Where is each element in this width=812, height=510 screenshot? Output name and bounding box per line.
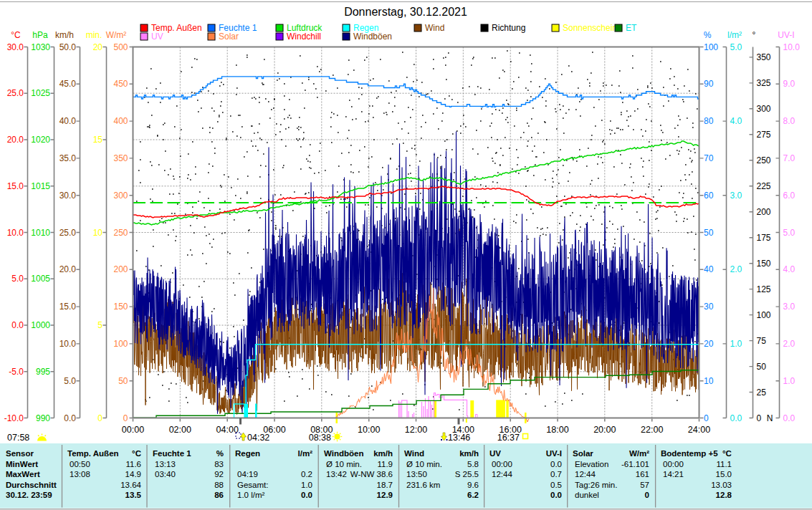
svg-text:92: 92 bbox=[214, 470, 224, 478]
svg-text:40.0: 40.0 bbox=[59, 116, 77, 126]
svg-text:00:00: 00:00 bbox=[122, 425, 144, 435]
svg-text:250: 250 bbox=[757, 155, 771, 165]
svg-text:13:08: 13:08 bbox=[70, 470, 90, 478]
svg-text:20.0: 20.0 bbox=[7, 135, 24, 145]
svg-text:350: 350 bbox=[113, 153, 128, 163]
svg-text:S 25.5: S 25.5 bbox=[455, 470, 479, 478]
svg-text:km/h: km/h bbox=[55, 30, 74, 40]
svg-text:Bodentemp +5 °C: Bodentemp +5 °C bbox=[661, 449, 732, 458]
svg-text:07:58: 07:58 bbox=[7, 433, 29, 443]
svg-text:l/m²: l/m² bbox=[727, 30, 742, 40]
svg-text:Regen: Regen bbox=[235, 449, 260, 458]
svg-text:1.0: 1.0 bbox=[783, 376, 796, 386]
svg-text:Windböen: Windböen bbox=[353, 32, 392, 42]
svg-text:18.7: 18.7 bbox=[377, 481, 393, 489]
svg-text:350: 350 bbox=[757, 52, 771, 62]
svg-text:5: 5 bbox=[97, 320, 102, 330]
svg-text:00:50: 00:50 bbox=[70, 460, 90, 468]
svg-text:300: 300 bbox=[757, 104, 771, 114]
svg-text:W/m²: W/m² bbox=[629, 449, 649, 458]
svg-text:Ø 10 min.: Ø 10 min. bbox=[326, 460, 362, 468]
svg-text:1020: 1020 bbox=[31, 135, 50, 145]
svg-text:200: 200 bbox=[757, 207, 771, 217]
svg-text:1.0: 1.0 bbox=[301, 481, 312, 489]
svg-text:300: 300 bbox=[113, 191, 128, 201]
svg-text:88: 88 bbox=[214, 481, 224, 489]
svg-text:500: 500 bbox=[113, 42, 128, 52]
svg-text:20: 20 bbox=[704, 339, 714, 349]
svg-text:10.0: 10.0 bbox=[59, 339, 77, 349]
svg-text:2.0: 2.0 bbox=[730, 264, 742, 274]
svg-text:12:44: 12:44 bbox=[492, 470, 512, 478]
svg-text:0: 0 bbox=[645, 491, 649, 499]
svg-text:0.0: 0.0 bbox=[11, 320, 24, 330]
svg-text:225: 225 bbox=[757, 181, 771, 191]
svg-text:Solar: Solar bbox=[219, 32, 239, 42]
svg-text:70: 70 bbox=[704, 153, 714, 163]
svg-text:150: 150 bbox=[113, 302, 128, 312]
svg-text:0.0: 0.0 bbox=[730, 413, 742, 423]
svg-text:231.6 km: 231.6 km bbox=[406, 481, 440, 489]
svg-text:Wind: Wind bbox=[404, 449, 424, 458]
svg-text:13.03: 13.03 bbox=[711, 481, 732, 489]
svg-text:l/m²: l/m² bbox=[298, 449, 313, 458]
svg-text:UV-I: UV-I bbox=[778, 30, 794, 40]
svg-text:0.0: 0.0 bbox=[550, 491, 562, 499]
svg-text:Tag:26 min.: Tag:26 min. bbox=[575, 481, 617, 489]
svg-text:8.0: 8.0 bbox=[783, 116, 796, 126]
svg-text:4.0: 4.0 bbox=[730, 116, 742, 126]
svg-text:30.0: 30.0 bbox=[7, 42, 24, 52]
svg-text:04:19: 04:19 bbox=[237, 470, 258, 478]
svg-text:Richtung: Richtung bbox=[492, 23, 525, 33]
svg-text:13:42: 13:42 bbox=[326, 470, 347, 478]
svg-text:40: 40 bbox=[704, 264, 714, 274]
svg-text:UV: UV bbox=[151, 32, 163, 42]
svg-text:13.64: 13.64 bbox=[120, 481, 141, 489]
svg-text:Donnerstag, 30.12.2021: Donnerstag, 30.12.2021 bbox=[344, 6, 467, 18]
svg-text:325: 325 bbox=[757, 78, 771, 88]
svg-text:11.6: 11.6 bbox=[125, 460, 141, 468]
svg-text:°: ° bbox=[753, 30, 756, 40]
svg-text:1.0 l/m²: 1.0 l/m² bbox=[237, 491, 265, 499]
svg-text:UV: UV bbox=[489, 449, 501, 458]
svg-text:15.0: 15.0 bbox=[716, 470, 732, 478]
svg-text:Elevation: Elevation bbox=[575, 460, 608, 468]
svg-text:-5.0: -5.0 bbox=[9, 367, 24, 377]
svg-text:03:40: 03:40 bbox=[155, 470, 176, 478]
svg-text:12:44: 12:44 bbox=[575, 470, 596, 478]
svg-text:60: 60 bbox=[704, 191, 714, 201]
svg-text:-10.0: -10.0 bbox=[4, 413, 24, 423]
svg-text:15.0: 15.0 bbox=[59, 302, 77, 312]
svg-text:0: 0 bbox=[757, 413, 762, 423]
svg-text:W-NW 38.6: W-NW 38.6 bbox=[350, 470, 393, 478]
svg-text:24:00: 24:00 bbox=[688, 425, 710, 435]
svg-text:161: 161 bbox=[636, 470, 649, 478]
svg-text:15: 15 bbox=[93, 135, 103, 145]
svg-text:20.0: 20.0 bbox=[59, 264, 77, 274]
svg-text:Durchschnitt: Durchschnitt bbox=[6, 481, 57, 489]
svg-text:04:32: 04:32 bbox=[247, 433, 269, 443]
svg-text:1015: 1015 bbox=[31, 181, 50, 191]
svg-text:0: 0 bbox=[704, 413, 709, 423]
svg-text:0.0: 0.0 bbox=[301, 491, 312, 499]
svg-text:3.0: 3.0 bbox=[783, 302, 796, 312]
svg-text:MinWert: MinWert bbox=[6, 460, 38, 468]
svg-text:4.0: 4.0 bbox=[783, 264, 796, 274]
svg-text:13:13: 13:13 bbox=[155, 460, 176, 468]
svg-text:2.0: 2.0 bbox=[783, 339, 796, 349]
svg-text:5.0: 5.0 bbox=[783, 228, 796, 238]
svg-text:km/h: km/h bbox=[373, 449, 393, 458]
svg-text:0.2: 0.2 bbox=[301, 470, 312, 478]
svg-text:5.0: 5.0 bbox=[730, 42, 742, 52]
svg-text:90: 90 bbox=[704, 79, 714, 89]
svg-text:75: 75 bbox=[757, 336, 767, 346]
svg-text:22:00: 22:00 bbox=[641, 425, 663, 435]
svg-text:12:00: 12:00 bbox=[405, 425, 427, 435]
svg-text:10: 10 bbox=[93, 228, 103, 238]
svg-text:995: 995 bbox=[36, 367, 50, 377]
svg-text:10.0: 10.0 bbox=[7, 228, 24, 238]
svg-text:57: 57 bbox=[640, 481, 649, 489]
svg-text:3.0: 3.0 bbox=[730, 191, 742, 201]
svg-text:5.0: 5.0 bbox=[64, 376, 76, 386]
svg-text:1005: 1005 bbox=[31, 274, 50, 284]
